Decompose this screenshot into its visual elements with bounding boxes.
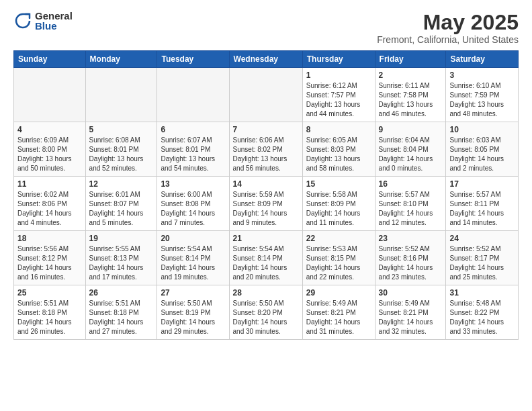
day-number: 18	[17, 234, 82, 243]
day-number: 29	[306, 288, 371, 298]
day-cell: 18Sunrise: 5:56 AMSunset: 8:12 PMDayligh…	[14, 231, 86, 285]
day-info: Sunrise: 5:53 AMSunset: 8:15 PMDaylight:…	[306, 244, 371, 282]
calendar-subtitle: Fremont, California, United States	[377, 34, 519, 45]
day-cell: 31Sunrise: 5:48 AMSunset: 8:22 PMDayligh…	[446, 285, 519, 340]
day-number: 7	[233, 125, 299, 134]
day-cell	[14, 68, 86, 122]
day-cell: 22Sunrise: 5:53 AMSunset: 8:15 PMDayligh…	[302, 231, 375, 285]
day-number: 5	[89, 125, 154, 134]
day-number: 13	[161, 179, 225, 189]
day-info: Sunrise: 6:12 AMSunset: 7:57 PMDaylight:…	[306, 81, 371, 119]
day-cell: 15Sunrise: 5:58 AMSunset: 8:09 PMDayligh…	[302, 177, 375, 231]
day-cell: 9Sunrise: 6:04 AMSunset: 8:04 PMDaylight…	[375, 122, 446, 177]
day-cell: 13Sunrise: 6:00 AMSunset: 8:08 PMDayligh…	[157, 177, 229, 231]
day-info: Sunrise: 5:57 AMSunset: 8:11 PMDaylight:…	[449, 190, 515, 228]
day-info: Sunrise: 6:07 AMSunset: 8:01 PMDaylight:…	[161, 136, 225, 173]
column-header-wednesday: Wednesday	[229, 51, 302, 68]
week-row-2: 4Sunrise: 6:09 AMSunset: 8:00 PMDaylight…	[14, 122, 519, 177]
day-number: 4	[17, 125, 82, 134]
day-info: Sunrise: 5:49 AMSunset: 8:21 PMDaylight:…	[379, 299, 443, 336]
day-number: 6	[161, 125, 225, 134]
day-cell: 23Sunrise: 5:52 AMSunset: 8:16 PMDayligh…	[375, 231, 446, 285]
day-info: Sunrise: 6:10 AMSunset: 7:59 PMDaylight:…	[449, 81, 515, 119]
day-info: Sunrise: 6:04 AMSunset: 8:04 PMDaylight:…	[379, 136, 443, 173]
day-info: Sunrise: 5:55 AMSunset: 8:13 PMDaylight:…	[89, 244, 154, 282]
day-number: 31	[449, 288, 515, 298]
day-number: 22	[306, 234, 371, 243]
day-info: Sunrise: 5:48 AMSunset: 8:22 PMDaylight:…	[449, 299, 515, 336]
day-number: 3	[449, 71, 515, 80]
day-info: Sunrise: 5:54 AMSunset: 8:14 PMDaylight:…	[161, 244, 225, 282]
day-number: 14	[233, 179, 299, 189]
day-info: Sunrise: 6:06 AMSunset: 8:02 PMDaylight:…	[233, 136, 299, 173]
header-row: SundayMondayTuesdayWednesdayThursdayFrid…	[14, 51, 519, 68]
day-cell: 29Sunrise: 5:49 AMSunset: 8:21 PMDayligh…	[302, 285, 375, 340]
day-number: 8	[306, 125, 371, 134]
title-block: May 2025 Fremont, California, United Sta…	[377, 11, 519, 45]
day-cell: 11Sunrise: 6:02 AMSunset: 8:06 PMDayligh…	[14, 177, 86, 231]
day-cell	[85, 68, 157, 122]
calendar-table: SundayMondayTuesdayWednesdayThursdayFrid…	[13, 50, 519, 340]
column-header-sunday: Sunday	[14, 51, 86, 68]
day-number: 15	[306, 179, 371, 189]
column-header-tuesday: Tuesday	[157, 51, 229, 68]
day-cell: 7Sunrise: 6:06 AMSunset: 8:02 PMDaylight…	[229, 122, 302, 177]
day-cell: 19Sunrise: 5:55 AMSunset: 8:13 PMDayligh…	[85, 231, 157, 285]
logo-text: General Blue	[35, 11, 73, 31]
day-cell	[229, 68, 302, 122]
day-info: Sunrise: 6:01 AMSunset: 8:07 PMDaylight:…	[89, 190, 154, 228]
day-info: Sunrise: 6:00 AMSunset: 8:08 PMDaylight:…	[161, 190, 225, 228]
day-number: 12	[89, 179, 154, 189]
day-cell: 30Sunrise: 5:49 AMSunset: 8:21 PMDayligh…	[375, 285, 446, 340]
calendar-title: May 2025	[377, 11, 519, 34]
page: General Blue May 2025 Fremont, Californi…	[0, 0, 532, 411]
day-cell: 10Sunrise: 6:03 AMSunset: 8:05 PMDayligh…	[446, 122, 519, 177]
column-header-friday: Friday	[375, 51, 446, 68]
day-cell: 27Sunrise: 5:50 AMSunset: 8:19 PMDayligh…	[157, 285, 229, 340]
day-cell: 24Sunrise: 5:52 AMSunset: 8:17 PMDayligh…	[446, 231, 519, 285]
day-cell: 16Sunrise: 5:57 AMSunset: 8:10 PMDayligh…	[375, 177, 446, 231]
day-cell: 4Sunrise: 6:09 AMSunset: 8:00 PMDaylight…	[14, 122, 86, 177]
header: General Blue May 2025 Fremont, Californi…	[13, 11, 519, 45]
day-cell: 3Sunrise: 6:10 AMSunset: 7:59 PMDaylight…	[446, 68, 519, 122]
day-info: Sunrise: 6:02 AMSunset: 8:06 PMDaylight:…	[17, 190, 82, 228]
day-info: Sunrise: 5:52 AMSunset: 8:16 PMDaylight:…	[379, 244, 443, 282]
day-cell: 6Sunrise: 6:07 AMSunset: 8:01 PMDaylight…	[157, 122, 229, 177]
day-number: 9	[379, 125, 443, 134]
column-header-monday: Monday	[85, 51, 157, 68]
day-number: 20	[161, 234, 225, 243]
day-number: 11	[17, 179, 82, 189]
day-cell: 2Sunrise: 6:11 AMSunset: 7:58 PMDaylight…	[375, 68, 446, 122]
day-cell: 20Sunrise: 5:54 AMSunset: 8:14 PMDayligh…	[157, 231, 229, 285]
day-number: 21	[233, 234, 299, 243]
day-info: Sunrise: 5:56 AMSunset: 8:12 PMDaylight:…	[17, 244, 82, 282]
week-row-1: 1Sunrise: 6:12 AMSunset: 7:57 PMDaylight…	[14, 68, 519, 122]
day-number: 23	[379, 234, 443, 243]
week-row-3: 11Sunrise: 6:02 AMSunset: 8:06 PMDayligh…	[14, 177, 519, 231]
day-info: Sunrise: 5:49 AMSunset: 8:21 PMDaylight:…	[306, 299, 371, 336]
day-info: Sunrise: 5:50 AMSunset: 8:20 PMDaylight:…	[233, 299, 299, 336]
day-info: Sunrise: 6:09 AMSunset: 8:00 PMDaylight:…	[17, 136, 82, 173]
day-info: Sunrise: 6:08 AMSunset: 8:01 PMDaylight:…	[89, 136, 154, 173]
column-header-thursday: Thursday	[302, 51, 375, 68]
day-number: 30	[379, 288, 443, 298]
day-number: 1	[306, 71, 371, 80]
logo-blue-text: Blue	[35, 21, 73, 31]
day-cell: 25Sunrise: 5:51 AMSunset: 8:18 PMDayligh…	[14, 285, 86, 340]
day-number: 19	[89, 234, 154, 243]
day-cell: 21Sunrise: 5:54 AMSunset: 8:14 PMDayligh…	[229, 231, 302, 285]
day-info: Sunrise: 5:58 AMSunset: 8:09 PMDaylight:…	[306, 190, 371, 228]
day-cell: 1Sunrise: 6:12 AMSunset: 7:57 PMDaylight…	[302, 68, 375, 122]
day-info: Sunrise: 6:05 AMSunset: 8:03 PMDaylight:…	[306, 136, 371, 173]
day-info: Sunrise: 5:51 AMSunset: 8:18 PMDaylight:…	[17, 299, 82, 336]
day-cell: 8Sunrise: 6:05 AMSunset: 8:03 PMDaylight…	[302, 122, 375, 177]
day-cell: 14Sunrise: 5:59 AMSunset: 8:09 PMDayligh…	[229, 177, 302, 231]
day-info: Sunrise: 5:57 AMSunset: 8:10 PMDaylight:…	[379, 190, 443, 228]
day-info: Sunrise: 5:50 AMSunset: 8:19 PMDaylight:…	[161, 299, 225, 336]
day-info: Sunrise: 5:52 AMSunset: 8:17 PMDaylight:…	[449, 244, 515, 282]
day-number: 25	[17, 288, 82, 298]
day-cell: 28Sunrise: 5:50 AMSunset: 8:20 PMDayligh…	[229, 285, 302, 340]
day-number: 2	[379, 71, 443, 80]
day-cell	[157, 68, 229, 122]
week-row-5: 25Sunrise: 5:51 AMSunset: 8:18 PMDayligh…	[14, 285, 519, 340]
